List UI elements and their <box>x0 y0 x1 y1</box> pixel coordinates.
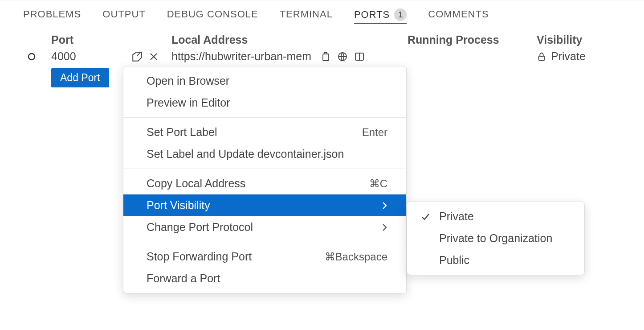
tab-problems[interactable]: PROBLEMS <box>23 8 81 21</box>
close-icon[interactable] <box>149 52 158 61</box>
submenu-label: Private <box>439 210 474 223</box>
ports-count-badge: 1 <box>394 8 407 21</box>
submenu-label: Private to Organization <box>439 232 552 245</box>
header-port: Port <box>51 33 171 46</box>
menu-label: Copy Local Address <box>147 177 245 190</box>
menu-shortcut: ⌘C <box>369 177 387 190</box>
globe-icon[interactable] <box>337 51 348 62</box>
menu-label: Preview in Editor <box>147 96 230 109</box>
menu-separator <box>123 117 406 118</box>
copy-icon[interactable] <box>320 51 331 62</box>
ports-headers: Port Local Address Running Process Visib… <box>9 30 644 50</box>
add-port-button[interactable]: Add Port <box>51 68 109 87</box>
submenu-label: Public <box>439 254 469 267</box>
tab-debug-console[interactable]: DEBUG CONSOLE <box>167 8 258 21</box>
menu-set-label-update-devcontainer[interactable]: Set Label and Update devcontainer.json <box>123 143 406 165</box>
menu-label: Set Port Label <box>147 126 217 139</box>
submenu-private-to-organization[interactable]: Private to Organization <box>407 227 584 249</box>
menu-preview-in-editor[interactable]: Preview in Editor <box>123 92 406 114</box>
chevron-right-icon <box>381 201 387 210</box>
menu-change-port-protocol[interactable]: Change Port Protocol <box>123 216 406 238</box>
tab-label: PROBLEMS <box>23 8 81 20</box>
tab-label: TERMINAL <box>280 8 333 20</box>
submenu-public[interactable]: Public <box>407 249 584 271</box>
port-visibility-submenu: Private Private to Organization Public <box>407 202 585 275</box>
chevron-right-icon <box>381 223 387 232</box>
menu-shortcut: Enter <box>362 126 387 139</box>
header-local-address: Local Address <box>171 33 408 46</box>
check-icon <box>420 212 431 222</box>
tab-label: COMMENTS <box>428 8 489 20</box>
svg-rect-4 <box>539 56 545 60</box>
menu-label: Port Visibility <box>147 199 210 212</box>
menu-label: Forward a Port <box>147 272 220 285</box>
edit-label-icon[interactable] <box>131 51 143 62</box>
menu-port-visibility[interactable]: Port Visibility <box>123 194 406 216</box>
local-address: https://hubwriter-urban-mem <box>171 50 311 63</box>
menu-label: Change Port Protocol <box>147 221 253 234</box>
port-status-icon <box>28 53 36 61</box>
visibility-value: Private <box>551 50 586 63</box>
submenu-private[interactable]: Private <box>407 206 584 227</box>
menu-label: Stop Forwarding Port <box>147 250 252 263</box>
panel-tabs: PROBLEMS OUTPUT DEBUG CONSOLE TERMINAL P… <box>0 0 644 27</box>
add-port-label: Add Port <box>60 72 100 83</box>
menu-separator <box>123 169 406 169</box>
header-visibility: Visibility <box>537 33 626 46</box>
menu-open-in-browser[interactable]: Open in Browser <box>123 70 406 92</box>
menu-copy-local-address[interactable]: Copy Local Address ⌘C <box>123 173 406 194</box>
port-context-menu: Open in Browser Preview in Editor Set Po… <box>123 66 407 293</box>
port-row[interactable]: 4000 https://hubwriter-urban-mem <box>9 50 644 63</box>
menu-set-port-label[interactable]: Set Port Label Enter <box>123 121 406 143</box>
svg-rect-1 <box>323 54 329 61</box>
svg-point-0 <box>29 54 35 60</box>
header-running-process: Running Process <box>408 33 537 46</box>
preview-icon[interactable] <box>354 51 365 62</box>
port-number: 4000 <box>51 50 76 63</box>
menu-shortcut: ⌘Backspace <box>325 251 387 263</box>
lock-icon <box>537 52 546 62</box>
tab-ports[interactable]: PORTS 1 <box>354 8 407 24</box>
menu-stop-forwarding-port[interactable]: Stop Forwarding Port ⌘Backspace <box>123 246 406 268</box>
tab-comments[interactable]: COMMENTS <box>428 8 489 21</box>
tab-label: PORTS <box>354 9 390 21</box>
menu-label: Set Label and Update devcontainer.json <box>147 148 344 161</box>
menu-separator <box>123 242 406 242</box>
tab-output[interactable]: OUTPUT <box>102 8 145 21</box>
menu-label: Open in Browser <box>147 74 229 87</box>
tab-label: OUTPUT <box>102 8 145 20</box>
menu-forward-a-port[interactable]: Forward a Port <box>123 268 406 289</box>
tab-label: DEBUG CONSOLE <box>167 8 258 20</box>
tab-terminal[interactable]: TERMINAL <box>280 8 333 21</box>
